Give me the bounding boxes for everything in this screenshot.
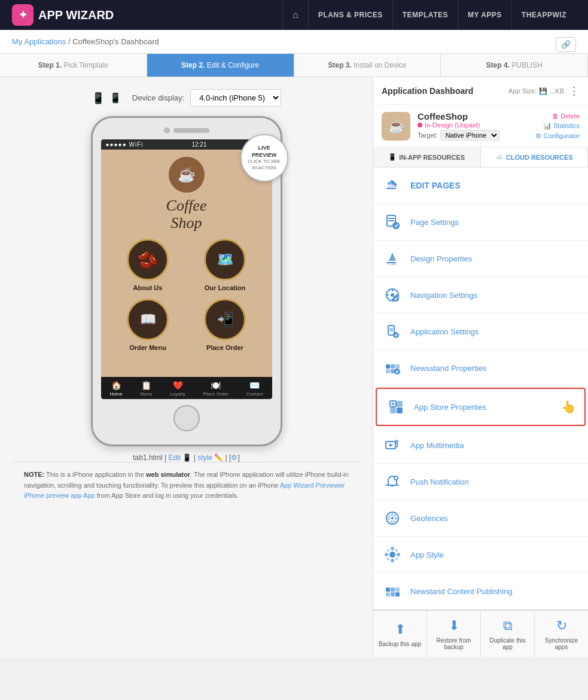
live-preview-badge[interactable]: LIVE PREVIEW click to see in action	[240, 134, 288, 182]
app-size-text: App Size:	[508, 87, 537, 95]
contact-nav-label: Contact	[246, 391, 263, 397]
cursor-hand-icon: 👆	[561, 400, 576, 414]
home-nav-icon[interactable]: ⌂	[282, 0, 308, 30]
svg-rect-51	[395, 592, 400, 596]
step3-label: Install on Device	[354, 61, 406, 69]
menu-item-app-store-properties[interactable]: App Store Properties 👆	[376, 388, 586, 426]
target-label: Target:	[418, 132, 438, 139]
place-order-icon: 📲	[204, 299, 246, 340]
top-navigation: ✦ APP WIZARD ⌂ PLANS & PRICES TEMPLATES …	[0, 0, 588, 30]
step-3[interactable]: Step 3. Install on Device	[294, 54, 441, 77]
app-store-properties-label: App Store Properties	[414, 403, 486, 412]
configurator-link[interactable]: ⚙ Configurator	[535, 132, 580, 140]
svg-point-31	[395, 477, 397, 479]
backup-icon: ⬆	[395, 622, 406, 637]
svg-point-38	[391, 547, 394, 550]
stats-icon: 📊	[543, 122, 552, 130]
menu-item-edit-pages[interactable]: CSS EDIT PAGES	[373, 168, 588, 204]
menu-item-application-settings[interactable]: Application Settings	[373, 314, 588, 350]
sync-button[interactable]: ↻ Synchronize apps	[535, 611, 588, 658]
duplicate-icon: ⧉	[503, 618, 513, 634]
dashboard-title: Application Dashboard	[382, 86, 473, 96]
menu-item-geofences[interactable]: Geofences	[373, 500, 588, 537]
bottom-nav-loyalty[interactable]: ❤️ Loyalty	[170, 381, 185, 397]
bottom-nav-contact[interactable]: ✉️ Contact	[246, 381, 263, 397]
device-display-select[interactable]: 4.0-inch (iPhone 5)	[190, 89, 281, 106]
bottom-nav-menu[interactable]: 📋 Menu	[141, 381, 153, 397]
nav-links: ⌂ PLANS & PRICES TEMPLATES MY APPS THEAP…	[282, 0, 576, 30]
breadcrumb-home[interactable]: My Applications	[12, 37, 66, 46]
edit-link[interactable]: Edit	[168, 454, 181, 462]
status-indicator	[418, 123, 422, 127]
app-style-label: App Style	[410, 550, 444, 559]
newsstand-properties-icon	[382, 357, 403, 379]
menu-list: CSS EDIT PAGES	[373, 168, 588, 610]
restore-button[interactable]: ⬇ Restore from backup	[427, 611, 481, 658]
breadcrumb-current: CoffeeShop's Dashboard	[72, 37, 159, 46]
app-info-details: CoffeeShop In-Design (Unpaid) Target: Na…	[418, 111, 528, 141]
step-2[interactable]: Step 2. Edit & Configure	[147, 54, 294, 77]
nav-my-apps[interactable]: MY APPS	[458, 0, 511, 30]
nav-templates[interactable]: TEMPLATES	[392, 0, 458, 30]
menu-item-page-settings[interactable]: Page Settings	[373, 204, 588, 241]
tab-cloud-resources[interactable]: ☁️ CLOUD RESOURCES	[481, 147, 589, 167]
target-select[interactable]: Native iPhone	[440, 130, 499, 141]
statistics-link[interactable]: 📊 Statistics	[543, 122, 580, 130]
link-icon[interactable]: 🔗	[556, 37, 576, 52]
tab-in-app-resources[interactable]: 📱 IN-APP RESOURCES	[373, 147, 481, 167]
step-1[interactable]: Step 1. Pick Template	[0, 54, 147, 77]
menu-item-place-order[interactable]: 📲 Place Order	[190, 299, 260, 351]
device-selector: 📱 📱 Device display: 4.0-inch (iPhone 5)	[12, 89, 361, 106]
style-link[interactable]: style	[197, 454, 212, 462]
app-actions: 🗑 Delete 📊 Statistics ⚙ Configurator	[535, 112, 580, 140]
menu-item-push-notification[interactable]: Push Notification	[373, 464, 588, 500]
app-title: APP WIZARD	[38, 8, 114, 22]
config-link[interactable]: ⚙	[231, 454, 237, 462]
application-settings-label: Application Settings	[410, 327, 479, 336]
svg-rect-17	[395, 364, 400, 369]
home-button[interactable]	[173, 405, 200, 431]
app-title-line2: Shop	[171, 214, 202, 232]
menu-item-our-location[interactable]: 🗺️ Our Location	[190, 239, 260, 291]
app-status: In-Design (Unpaid)	[418, 121, 528, 129]
app-target: Target: Native iPhone	[418, 130, 528, 141]
order-menu-icon: 📖	[127, 299, 169, 340]
more-options-icon[interactable]: ⋮	[569, 84, 580, 98]
app-title-line1: Coffee	[166, 197, 207, 214]
preview-label: PREVIEW	[252, 152, 277, 159]
bottom-nav-home[interactable]: 🏠 Home	[109, 381, 122, 397]
app-logo[interactable]: ✦ APP WIZARD	[12, 4, 114, 26]
push-notification-icon	[382, 471, 403, 492]
svg-point-29	[395, 440, 398, 443]
duplicate-button[interactable]: ⧉ Duplicate this app	[481, 611, 535, 658]
phone-screen[interactable]: ●●●●● WiFi 12:21 87% ☕ C	[101, 139, 272, 399]
menu-item-order-menu[interactable]: 📖 Order Menu	[113, 299, 183, 351]
nav-theappwiz[interactable]: THEAPPWIZ	[511, 0, 576, 30]
menu-item-newsstand-properties[interactable]: Newsstand Properties	[373, 350, 588, 386]
nav-plans-prices[interactable]: PLANS & PRICES	[308, 0, 392, 30]
menu-item-navigation-settings[interactable]: Navigation Settings	[373, 277, 588, 314]
svg-rect-24	[397, 401, 403, 407]
menu-item-app-style[interactable]: App Style	[373, 537, 588, 573]
step-4[interactable]: Step 4. PUBLISH	[441, 54, 588, 77]
trash-icon: 🗑	[552, 112, 559, 120]
design-properties-icon: CSS	[382, 248, 403, 269]
menu-item-newstand-content-publishing[interactable]: Newstand Content Publishing	[373, 573, 588, 610]
svg-rect-13	[389, 328, 393, 331]
menu-item-design-properties[interactable]: CSS Design Properties	[373, 241, 588, 277]
statistics-label: Statistics	[553, 122, 580, 129]
menu-item-app-multimedia[interactable]: App Multimedia	[373, 427, 588, 464]
app-name: CoffeeShop	[418, 111, 528, 121]
phone-tab-icon: 📱	[388, 153, 397, 161]
our-location-icon: 🗺️	[204, 239, 246, 281]
backup-button[interactable]: ⬆ Backup this app	[373, 611, 427, 658]
device-icons: 📱 📱	[92, 92, 121, 105]
menu-item-about-us[interactable]: 🫘 About Us	[113, 239, 183, 291]
bottom-nav-place-order[interactable]: 🍽️ Place Order	[203, 381, 229, 397]
device-icon-tablet: 📱	[109, 92, 121, 104]
navigation-settings-icon	[382, 284, 403, 306]
page-settings-icon	[382, 211, 403, 233]
delete-link[interactable]: 🗑 Delete	[552, 112, 580, 120]
geofences-label: Geofences	[410, 514, 448, 523]
app-screen: ☕ Coffee Shop 🫘 About	[101, 150, 272, 377]
